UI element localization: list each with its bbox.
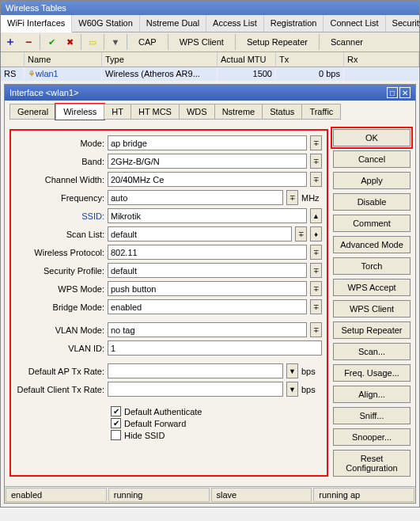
reset-config-button[interactable]: Reset Configuration [333, 450, 411, 477]
secp-dropdown[interactable]: ∓ [310, 263, 322, 278]
band-dropdown[interactable]: ∓ [310, 154, 322, 169]
chw-dropdown[interactable]: ∓ [310, 172, 322, 187]
tab-htmcs[interactable]: HT MCS [131, 104, 180, 120]
add-button[interactable]: ＋ [2, 33, 19, 51]
brm-input[interactable]: enabled [108, 299, 307, 314]
col-name[interactable]: Name [25, 52, 102, 67]
vlanm-input[interactable]: no tag [108, 322, 307, 337]
cell-type: Wireless (Atheros AR9... [102, 67, 218, 81]
tab-nstreme-dual[interactable]: Nstreme Dual [140, 15, 206, 32]
tab-ht[interactable]: HT [104, 104, 131, 120]
ok-button[interactable]: OK [333, 129, 411, 146]
ssid-label[interactable]: SSID: [16, 211, 104, 221]
col-mtu[interactable]: Actual MTU [218, 52, 276, 67]
tab-registration[interactable]: Registration [264, 15, 324, 32]
setup-repeater-button[interactable]: Setup Repeater [333, 321, 411, 339]
vlanid-label: VLAN ID: [16, 344, 104, 353]
table-row[interactable]: RS ⚘wlan1 Wireless (Atheros AR9... 1500 … [1, 67, 419, 81]
tab-general[interactable]: General [9, 104, 56, 120]
defauth-checkbox[interactable]: ✔ [111, 406, 121, 416]
deffwd-checkbox[interactable]: ✔ [111, 418, 121, 428]
interface-dialog: Interface <wlan1> □ ✕ General Wireless H… [4, 84, 416, 504]
wps-client-button[interactable]: WPS Client [333, 300, 411, 318]
vlanm-label: VLAN Mode: [16, 325, 104, 335]
col-flag[interactable] [1, 52, 25, 67]
tab-access-list[interactable]: Access List [206, 15, 264, 32]
comment-button[interactable]: ▭ [84, 33, 101, 51]
advanced-mode-button[interactable]: Advanced Mode [333, 236, 411, 253]
hssid-checkbox[interactable] [111, 430, 121, 440]
hssid-label: Hide SSID [124, 431, 165, 440]
scan-input[interactable]: default [108, 226, 292, 241]
band-input[interactable]: 2GHz-B/G/N [108, 154, 307, 169]
separator [235, 34, 236, 50]
secp-input[interactable]: default [108, 263, 307, 278]
scanner-button[interactable]: Scanner [322, 33, 372, 51]
defauth-label: Default Authenticate [124, 407, 202, 416]
status-bar: enabled running slave running ap [5, 486, 415, 503]
tab-security-profiles[interactable]: Security Profiles [386, 15, 420, 32]
freq-usage-button[interactable]: Freq. Usage... [333, 364, 411, 382]
separator [40, 34, 40, 50]
brm-dropdown[interactable]: ∓ [310, 299, 322, 314]
apply-button[interactable]: Apply [333, 172, 411, 189]
tab-wireless[interactable]: Wireless [55, 104, 104, 120]
cell-name: ⚘wlan1 [25, 67, 102, 81]
wpsm-input[interactable]: push button [108, 281, 307, 296]
sniff-button[interactable]: Sniff... [333, 407, 411, 424]
remove-button[interactable]: − [20, 33, 37, 51]
tab-nstreme[interactable]: Nstreme [214, 104, 263, 120]
cancel-button[interactable]: Cancel [333, 150, 411, 168]
status-running-ap: running ap [313, 488, 414, 502]
comment-button[interactable]: Comment [333, 215, 411, 232]
tab-status[interactable]: Status [262, 104, 302, 120]
separator [168, 34, 168, 50]
daptx-input[interactable] [108, 363, 283, 378]
disable-button[interactable]: ✖ [61, 33, 78, 51]
scan-dropdown[interactable]: ∓ [295, 226, 307, 241]
scan-button[interactable]: Scan... [333, 343, 411, 360]
close-icon[interactable]: ✕ [399, 87, 411, 98]
status-enabled: enabled [6, 488, 107, 502]
daptx-expand[interactable]: ▼ [286, 363, 298, 378]
col-tx[interactable]: Tx [276, 52, 344, 67]
tab-connect-list[interactable]: Connect List [324, 15, 385, 32]
chw-label: Channel Width: [16, 175, 104, 184]
col-type[interactable]: Type [102, 52, 218, 67]
align-button[interactable]: Align... [333, 386, 411, 403]
disable-button[interactable]: Disable [333, 193, 411, 211]
freq-dropdown[interactable]: ∓ [286, 190, 298, 205]
dcltx-expand[interactable]: ▼ [286, 382, 298, 397]
setup-repeater-button[interactable]: Setup Repeater [238, 33, 316, 51]
dcltx-input[interactable] [108, 382, 283, 397]
cap-button[interactable]: CAP [130, 33, 165, 51]
wps-accept-button[interactable]: WPS Accept [333, 279, 411, 296]
ssid-input[interactable]: Mikrotik [108, 208, 307, 223]
tab-w60g[interactable]: W60G Station [72, 15, 139, 32]
torch-button[interactable]: Torch [333, 257, 411, 275]
form-area: Mode:ap bridge∓ Band:2GHz-B/G/N∓ Channel… [9, 129, 328, 477]
wps-client-button[interactable]: WPS Client [171, 33, 233, 51]
daptx-label: Default AP Tx Rate: [16, 367, 104, 376]
wproto-dropdown[interactable]: ∓ [310, 245, 322, 260]
freq-input[interactable]: auto [108, 190, 283, 205]
enable-button[interactable]: ✔ [43, 33, 60, 51]
wpsm-dropdown[interactable]: ∓ [310, 281, 322, 296]
mode-input[interactable]: ap bridge [108, 135, 307, 150]
scan-updown[interactable]: ♦ [310, 226, 322, 241]
ssid-collapse[interactable]: ▲ [310, 208, 322, 223]
mode-dropdown[interactable]: ∓ [310, 135, 322, 150]
wproto-input[interactable]: 802.11 [108, 245, 307, 260]
vlanm-dropdown[interactable]: ∓ [310, 322, 322, 337]
col-rx[interactable]: Rx [344, 52, 419, 67]
filter-button[interactable]: ▼ [107, 33, 124, 51]
snooper-button[interactable]: Snooper... [333, 428, 411, 446]
chw-input[interactable]: 20/40MHz Ce [108, 172, 307, 187]
minimize-icon[interactable]: □ [387, 87, 398, 98]
vlanid-input[interactable]: 1 [108, 340, 322, 356]
tab-wds[interactable]: WDS [179, 104, 215, 120]
window-title: Wireless Tables [1, 1, 419, 15]
separator [319, 34, 320, 50]
tab-traffic[interactable]: Traffic [301, 104, 341, 120]
tab-wifi-interfaces[interactable]: WiFi Interfaces [1, 15, 72, 32]
